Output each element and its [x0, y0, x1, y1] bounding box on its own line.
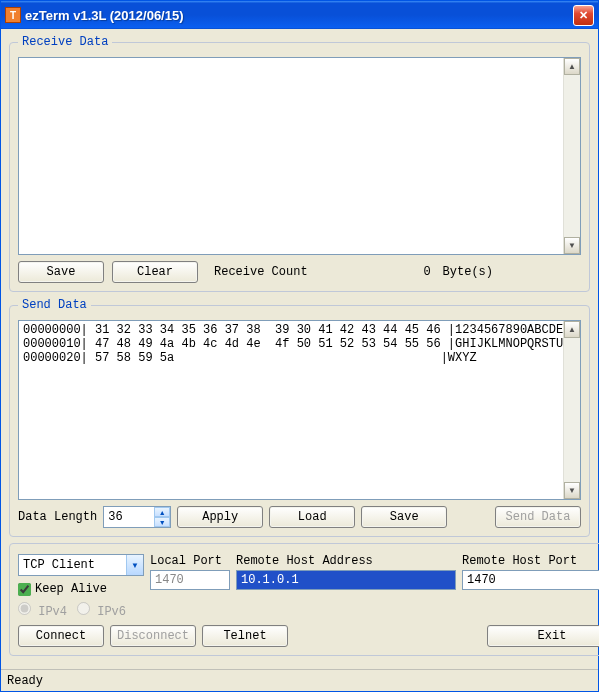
send-save-button[interactable]: Save: [361, 506, 447, 528]
app-window: T ezTerm v1.3L (2012/06/15) ✕ Receive Da…: [0, 0, 599, 692]
remote-host-input[interactable]: [236, 570, 456, 590]
conn-labels-row: Local Port Remote Host Address Remote Ho…: [150, 554, 599, 568]
ipv6-radio-row: IPv6: [77, 602, 126, 619]
scroll-up-icon[interactable]: ▲: [564, 321, 580, 338]
window-title: ezTerm v1.3L (2012/06/15): [25, 8, 573, 23]
spin-up-icon[interactable]: ▲: [154, 507, 170, 517]
receive-count-unit: Byte(s): [443, 265, 493, 279]
connect-button[interactable]: Connect: [18, 625, 104, 647]
send-controls-row: Data Length ▲ ▼ Apply Load Save Send Dat…: [18, 506, 581, 528]
bottom-button-row: Connect Disconnect Telnet Exit: [18, 625, 599, 647]
disconnect-button[interactable]: Disconnect: [110, 625, 196, 647]
app-icon: T: [5, 7, 21, 23]
receive-legend: Receive Data: [18, 35, 112, 49]
ipv6-label: IPv6: [97, 605, 126, 619]
receive-textarea-wrap: ▲ ▼: [18, 57, 581, 255]
send-group: Send Data 00000000| 31 32 33 34 35 36 37…: [9, 298, 590, 537]
conn-left-col: TCP Client ▼ Keep Alive IPv4 IPv6: [18, 554, 144, 619]
scroll-up-icon[interactable]: ▲: [564, 58, 580, 75]
conn-fields-row: [150, 570, 599, 590]
ipv4-label: IPv4: [38, 605, 67, 619]
data-length-input[interactable]: [104, 507, 154, 527]
ipv6-radio: [77, 602, 90, 615]
local-port-input: [150, 570, 230, 590]
receive-button-row: Save Clear Receive Count 0 Byte(s): [18, 261, 581, 283]
spin-down-icon[interactable]: ▼: [154, 517, 170, 527]
scroll-track[interactable]: [564, 75, 580, 237]
data-length-label: Data Length: [18, 510, 97, 524]
receive-save-button[interactable]: Save: [18, 261, 104, 283]
ipv4-radio-row: IPv4: [18, 602, 67, 619]
receive-textarea[interactable]: [19, 58, 563, 254]
connection-group: TCP Client ▼ Keep Alive IPv4 IPv6 Local …: [9, 543, 599, 656]
conn-mid-col: Local Port Remote Host Address Remote Ho…: [150, 554, 599, 590]
apply-button[interactable]: Apply: [177, 506, 263, 528]
close-button[interactable]: ✕: [573, 5, 594, 26]
client-area: Receive Data ▲ ▼ Save Clear Receive Coun…: [1, 29, 598, 669]
receive-count-value: 0: [316, 265, 435, 279]
keepalive-label: Keep Alive: [35, 582, 107, 596]
receive-clear-button[interactable]: Clear: [112, 261, 198, 283]
remote-port-label: Remote Host Port: [462, 554, 599, 568]
receive-scrollbar[interactable]: ▲ ▼: [563, 58, 580, 254]
chevron-down-icon[interactable]: ▼: [126, 555, 143, 575]
scroll-down-icon[interactable]: ▼: [564, 482, 580, 499]
data-length-field[interactable]: ▲ ▼: [103, 506, 171, 528]
exit-button[interactable]: Exit: [487, 625, 599, 647]
status-text: Ready: [7, 674, 43, 688]
scroll-down-icon[interactable]: ▼: [564, 237, 580, 254]
ipv4-radio: [18, 602, 31, 615]
spin-buttons[interactable]: ▲ ▼: [154, 507, 170, 527]
telnet-button[interactable]: Telnet: [202, 625, 288, 647]
receive-group: Receive Data ▲ ▼ Save Clear Receive Coun…: [9, 35, 590, 292]
ipver-row: IPv4 IPv6: [18, 602, 144, 619]
scroll-track[interactable]: [564, 338, 580, 482]
remote-port-input[interactable]: [462, 570, 599, 590]
remote-host-label: Remote Host Address: [236, 554, 456, 568]
keepalive-checkbox[interactable]: [18, 583, 31, 596]
conn-row: TCP Client ▼ Keep Alive IPv4 IPv6 Local …: [18, 554, 599, 619]
status-bar: Ready: [1, 669, 598, 691]
mode-value: TCP Client: [19, 558, 126, 572]
local-port-label: Local Port: [150, 554, 230, 568]
receive-count-label: Receive Count: [214, 265, 308, 279]
send-data-button[interactable]: Send Data: [495, 506, 581, 528]
send-hexview[interactable]: 00000000| 31 32 33 34 35 36 37 38 39 30 …: [19, 321, 563, 499]
mode-combobox[interactable]: TCP Client ▼: [18, 554, 144, 576]
load-button[interactable]: Load: [269, 506, 355, 528]
titlebar[interactable]: T ezTerm v1.3L (2012/06/15) ✕: [1, 1, 598, 29]
keepalive-checkbox-row[interactable]: Keep Alive: [18, 582, 144, 596]
send-textarea-wrap: 00000000| 31 32 33 34 35 36 37 38 39 30 …: [18, 320, 581, 500]
send-legend: Send Data: [18, 298, 91, 312]
send-scrollbar[interactable]: ▲ ▼: [563, 321, 580, 499]
close-icon: ✕: [579, 9, 588, 22]
